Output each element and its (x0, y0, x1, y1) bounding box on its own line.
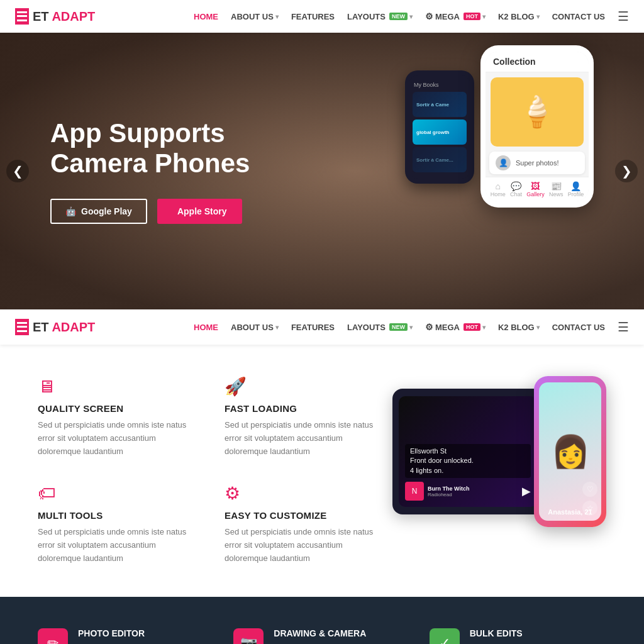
nav2-features[interactable]: FEATURES (291, 323, 335, 332)
hero-prev-button[interactable]: ❮ (6, 160, 29, 182)
gear-settings-icon: ⚙ (225, 483, 374, 504)
device-tablet: Ellsworth St Front door unlocked. 4 ligh… (392, 389, 543, 514)
hero-next-button[interactable]: ❯ (615, 160, 638, 182)
nav-mega-badge: HOT (464, 13, 480, 20)
phone-nav-gallery: 🖼 Gallery (526, 181, 545, 197)
tablet-lights: 4 lights on. (410, 466, 526, 475)
action-star-icon[interactable]: ☆ (582, 501, 597, 516)
hero-title-line1: App Supports (50, 118, 225, 148)
nav2-about[interactable]: ABOUT US (231, 323, 279, 332)
book-phone-screen: My Books Sortir à Came global growth Sor… (409, 75, 470, 179)
phone-nav-profile: 👤 Profile (568, 181, 584, 197)
nav-links-second: HOME ABOUT US FEATURES LAYOUTS NEW ⚙ MEG… (194, 319, 629, 335)
book-title-2: global growth (416, 130, 449, 135)
navbar-second: ET ADAPT HOME ABOUT US FEATURES LAYOUTS … (0, 309, 644, 345)
music-info: Burn The Witch Radiohead (428, 486, 518, 497)
rocket-icon: 🚀 (225, 376, 374, 397)
footer-drawing-text: DRAWING & CAMERA Sed ut perspiciatis und… (274, 628, 390, 644)
nav-k2blog-label: K2 BLOG (498, 12, 535, 21)
phone-nav-news: 📰 News (549, 181, 564, 197)
nav2-k2blog[interactable]: K2 BLOG (498, 323, 540, 332)
google-play-label: Google Play (81, 206, 132, 216)
nav-layouts-badge: NEW (389, 13, 408, 20)
nav-mega-chevron (482, 13, 486, 20)
nav-contact[interactable]: CONTACT US (552, 12, 605, 21)
logo[interactable]: ET ADAPT (15, 8, 95, 25)
phone-collection-header: Collection (486, 52, 589, 72)
logo-icon (15, 8, 29, 25)
hamburger-icon[interactable] (618, 9, 629, 24)
music-thumb: N (405, 482, 424, 501)
feature-tools-title: MULTI TOOLS (38, 510, 187, 521)
feature-customize-title: EASY TO CUSTOMIZE (225, 510, 374, 521)
book-item-2: global growth (413, 119, 467, 145)
nav-layouts-label: LAYOUTS (347, 12, 386, 21)
phone-nav-home: ⌂ Home (491, 181, 506, 197)
nav-about-chevron (275, 13, 279, 20)
feature-tools-desc: Sed ut perspiciatis unde omnis iste natu… (38, 526, 187, 565)
phone-nav: ⌂ Home 💬 Chat 🖼 Gallery 📰 News (486, 177, 589, 201)
main-phone-mockup: Collection 🍦 👤 Super photos! ⌂ Home 💬 Ch… (480, 45, 594, 208)
hero-book-phone: My Books Sortir à Came global growth Sor… (405, 70, 480, 184)
feature-customize: ⚙ EASY TO CUSTOMIZE Sed ut perspiciatis … (225, 483, 374, 565)
phone-nav-chat: 💬 Chat (510, 181, 522, 197)
logo-suffix-second: ADAPT (52, 320, 95, 334)
google-play-button[interactable]: 🤖 Google Play (50, 199, 147, 224)
feature-quality-screen: 🖥 QUALITY SCREEN Sed ut perspiciatis und… (38, 376, 187, 458)
book-list: My Books Sortir à Came global growth Sor… (409, 75, 470, 179)
footer-features-grid: ✏ PHOTO EDITOR Sed ut perspiciatis unde … (38, 628, 606, 644)
tablet-notification: Ellsworth St Front door unlocked. 4 ligh… (405, 444, 531, 478)
nav2-layouts-chevron (409, 324, 413, 331)
action-heart-icon[interactable]: ♡ (582, 482, 597, 497)
nav2-mega-chevron (482, 324, 486, 331)
nav-layouts[interactable]: LAYOUTS NEW (347, 12, 413, 21)
hero-content: App Supports Camera Phones 🤖 Google Play… (0, 118, 300, 225)
book-item-3: Sortir à Came... (413, 147, 467, 172)
feature-multi-tools: 🏷 MULTI TOOLS Sed ut perspiciatis unde o… (38, 483, 187, 565)
footer-section: ✏ PHOTO EDITOR Sed ut perspiciatis unde … (0, 597, 644, 644)
logo-suffix: ADAPT (52, 9, 95, 23)
apple-story-button[interactable]: Apple Story (157, 199, 242, 224)
monitor-icon: 🖥 (38, 376, 187, 397)
nav-features[interactable]: FEATURES (291, 12, 335, 21)
hero-section: My Books Sortir à Came global growth Sor… (0, 33, 644, 309)
nav-k2blog[interactable]: K2 BLOG (498, 12, 540, 21)
logo-text: ET ADAPT (33, 9, 95, 24)
nav2-about-chevron (275, 324, 279, 331)
tablet-screen: Ellsworth St Front door unlocked. 4 ligh… (399, 396, 537, 507)
features-section: 🖥 QUALITY SCREEN Sed ut perspiciatis und… (0, 345, 644, 597)
hamburger-icon-second[interactable] (618, 319, 629, 335)
feature-quality-desc: Sed ut perspiciatis unde omnis iste natu… (38, 419, 187, 458)
book-title-3: Sortir à Came... (416, 157, 453, 163)
nav-home[interactable]: HOME (194, 12, 218, 21)
footer-photo-text: PHOTO EDITOR Sed ut perspiciatis unde om… (78, 628, 194, 644)
nav-mega[interactable]: ⚙ MEGA HOT (425, 11, 486, 21)
book-phone-mockup: My Books Sortir à Came global growth Sor… (405, 70, 474, 184)
nav2-contact[interactable]: CONTACT US (552, 323, 605, 332)
nav2-about-label: ABOUT US (231, 323, 274, 332)
footer-bulk-text: BULK EDITS Sed ut perspiciatis unde omni… (470, 628, 586, 644)
nav-mega-gear-icon: ⚙ (425, 11, 433, 21)
hero-title: App Supports Camera Phones (50, 118, 250, 179)
camera-icon: 📷 (233, 628, 264, 644)
logo-text-second: ET ADAPT (33, 320, 95, 335)
nav2-mega[interactable]: ⚙ MEGA HOT (425, 322, 486, 332)
tablet-location: Ellsworth St (410, 447, 526, 456)
book-title-1: Sortir à Came (416, 102, 449, 108)
nav-about-label: ABOUT US (231, 12, 274, 21)
phone-avatar: 👤 (496, 155, 511, 170)
music-play-icon[interactable]: ▶ (522, 484, 531, 498)
nav-links: HOME ABOUT US FEATURES LAYOUTS NEW ⚙ MEG… (194, 9, 629, 24)
book-header: My Books (413, 79, 467, 92)
tablet-content: Ellsworth St Front door unlocked. 4 ligh… (399, 396, 537, 507)
tablet-music: N Burn The Witch Radiohead ▶ (405, 482, 531, 501)
nav2-home[interactable]: HOME (194, 323, 218, 332)
logo-second[interactable]: ET ADAPT (15, 319, 95, 335)
navbar-top: ET ADAPT HOME ABOUT US FEATURES LAYOUTS … (0, 0, 644, 33)
nav-about[interactable]: ABOUT US (231, 12, 279, 21)
nav2-layouts[interactable]: LAYOUTS NEW (347, 323, 413, 332)
music-title: Burn The Witch (428, 486, 518, 492)
hero-title-line2: Camera Phones (50, 148, 250, 178)
logo-prefix: ET (33, 9, 49, 23)
tag-icon: 🏷 (38, 483, 187, 504)
